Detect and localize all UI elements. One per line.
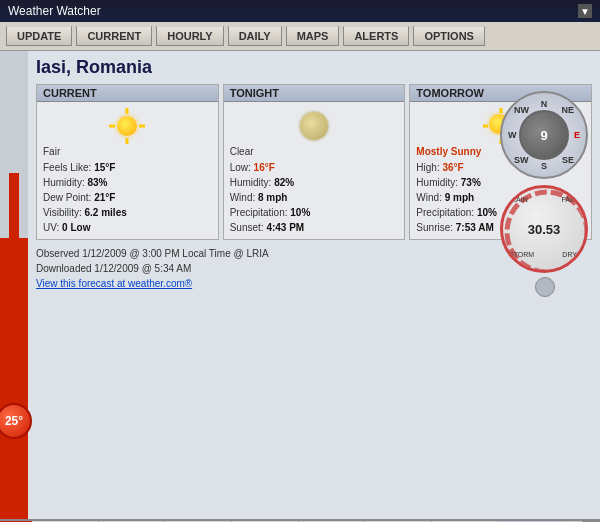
title-arrow[interactable]: ▼: [578, 4, 592, 18]
compass: N S W E NE NW SE SW 9: [500, 91, 588, 179]
nav-bar: UPDATE CURRENT HOURLY DAILY MAPS ALERTS …: [0, 22, 600, 51]
baro-value: 30.53: [528, 222, 561, 237]
forecast-link[interactable]: View this forecast at weather.com®: [36, 278, 192, 289]
current-details: Feels Like: 15°F Humidity: 83% Dew Point…: [43, 160, 212, 235]
compass-ne-label: NE: [561, 105, 574, 115]
current-weather-icon: [107, 108, 147, 144]
baro-fair-label: FAIR: [561, 196, 577, 203]
main-content: 25° Iasi, Romania CURRENT: [0, 51, 600, 519]
app-title: Weather Watcher: [8, 4, 101, 18]
compass-se-label: SE: [562, 155, 574, 165]
compass-bg: N S W E NE NW SE SW 9: [500, 91, 588, 179]
panel-current-header: CURRENT: [37, 85, 218, 102]
city-title: Iasi, Romania: [36, 57, 592, 78]
baro-dry-label: DRY: [562, 251, 577, 258]
circle-button[interactable]: [535, 277, 555, 297]
compass-widget: N S W E NE NW SE SW 9: [500, 91, 590, 301]
baro-storm-label: STORM: [509, 251, 534, 258]
current-condition: Fair: [43, 146, 212, 157]
panel-tonight-header: TONIGHT: [224, 85, 405, 102]
compass-n-label: N: [541, 99, 548, 109]
panel-current: CURRENT Fair Feels Like: 15°F: [36, 84, 219, 240]
compass-sw-label: SW: [514, 155, 529, 165]
nav-options[interactable]: OPTIONS: [413, 26, 485, 46]
nav-update[interactable]: UPDATE: [6, 26, 72, 46]
content-panel: Iasi, Romania CURRENT Fa: [28, 51, 600, 519]
nav-daily[interactable]: DAILY: [228, 26, 282, 46]
nav-current[interactable]: CURRENT: [76, 26, 152, 46]
baro-inner: 30.53: [528, 222, 561, 237]
panel-tonight-body: Clear Low: 16°F Humidity: 82% Wind: 8 mp…: [224, 102, 405, 239]
barometer-widget: RAIN FAIR 30.53 STORM DRY: [500, 185, 588, 273]
compass-s-label: S: [541, 161, 547, 171]
compass-inner: 9: [519, 110, 569, 160]
tonight-condition: Clear: [230, 146, 399, 157]
nav-alerts[interactable]: ALERTS: [343, 26, 409, 46]
baro-rain-label: RAIN: [511, 196, 528, 203]
barometer-bg: RAIN FAIR 30.53 STORM DRY: [500, 185, 588, 273]
compass-w-label: W: [508, 130, 517, 140]
compass-nw-label: NW: [514, 105, 529, 115]
tonight-weather-icon: [294, 108, 334, 144]
title-bar: Weather Watcher ▼: [0, 0, 600, 22]
compass-e-label: E: [574, 130, 580, 140]
nav-hourly[interactable]: HOURLY: [156, 26, 223, 46]
tonight-details: Low: 16°F Humidity: 82% Wind: 8 mph Prec…: [230, 160, 399, 235]
nav-maps[interactable]: MAPS: [286, 26, 340, 46]
thermometer-bar: 25°: [0, 51, 28, 519]
panel-current-body: Fair Feels Like: 15°F Humidity: 83% Dew …: [37, 102, 218, 239]
panel-tonight: TONIGHT Clear Low: 16°F Humidity: 82% Wi…: [223, 84, 406, 240]
